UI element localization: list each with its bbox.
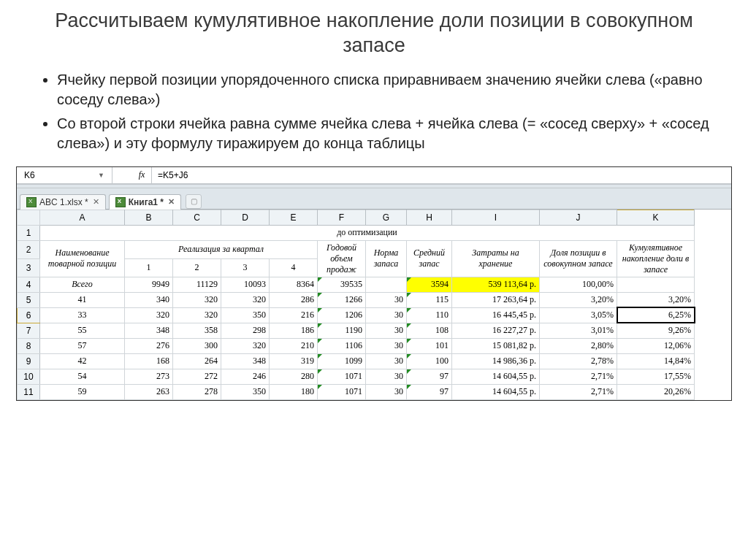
cell[interactable]: 115	[407, 292, 452, 307]
col-header[interactable]: H	[407, 210, 452, 225]
cell[interactable]: 14,84%	[617, 353, 695, 369]
cell[interactable]: 14 986,36 р.	[452, 353, 540, 369]
col-header[interactable]: I	[452, 210, 540, 225]
cell[interactable]: 16 227,27 р.	[452, 323, 540, 338]
cell[interactable]: 273	[125, 369, 173, 384]
col-header[interactable]: F	[318, 210, 366, 225]
cell[interactable]: 2,78%	[540, 353, 617, 369]
row-header[interactable]: 9	[18, 353, 40, 369]
cell[interactable]: 272	[173, 369, 221, 384]
cell[interactable]: 276	[125, 338, 173, 353]
col-header[interactable]: K	[617, 210, 695, 225]
cell[interactable]: 286	[270, 292, 318, 307]
header-cost[interactable]: Затраты на хранение	[452, 240, 540, 277]
cell[interactable]: 30	[366, 307, 407, 323]
cell[interactable]: 300	[173, 338, 221, 353]
cell[interactable]: 1190	[318, 323, 366, 338]
row-header[interactable]: 6	[18, 307, 40, 323]
cell[interactable]: 216	[270, 307, 318, 323]
cell[interactable]: 3,20%	[617, 292, 695, 307]
cell[interactable]: 246	[221, 369, 270, 384]
col-header[interactable]: E	[270, 210, 318, 225]
cell[interactable]: 1071	[318, 384, 366, 399]
row-header[interactable]: 1	[18, 225, 40, 240]
cell[interactable]: 30	[366, 369, 407, 384]
tab-abc1[interactable]: ABC 1.xlsx * ✕	[20, 194, 106, 210]
cell[interactable]: 101	[407, 338, 452, 353]
cell[interactable]: 20,26%	[617, 384, 695, 399]
cell[interactable]: 539 113,64 р.	[452, 277, 540, 292]
cell[interactable]: 358	[173, 323, 221, 338]
cell[interactable]: 320	[173, 292, 221, 307]
cell[interactable]: 186	[270, 323, 318, 338]
col-header[interactable]: G	[366, 210, 407, 225]
new-tab-button[interactable]: ▢	[186, 194, 202, 209]
cell[interactable]: 3,01%	[540, 323, 617, 338]
header-share[interactable]: Доля позиции в совокупном запасе	[540, 240, 617, 277]
close-icon[interactable]: ✕	[93, 197, 99, 207]
cell[interactable]: 350	[221, 307, 270, 323]
header-name[interactable]: Наименование товарной позиции	[40, 240, 125, 277]
cell[interactable]: 30	[366, 323, 407, 338]
cell[interactable]: 320	[125, 307, 173, 323]
cell[interactable]: 59	[40, 384, 125, 399]
cell[interactable]: 1099	[318, 353, 366, 369]
cell[interactable]: 2,80%	[540, 338, 617, 353]
cell[interactable]: 16 445,45 р.	[452, 307, 540, 323]
cell[interactable]: 298	[221, 323, 270, 338]
section-title[interactable]: до оптимизации	[40, 225, 695, 240]
row-header[interactable]: 2	[18, 240, 40, 258]
header-realiz[interactable]: Реализация за квартал	[125, 240, 318, 258]
cell[interactable]: 263	[125, 384, 173, 399]
cell[interactable]: 100	[407, 353, 452, 369]
cell[interactable]: 108	[407, 323, 452, 338]
col-header[interactable]: D	[221, 210, 270, 225]
col-header[interactable]: J	[540, 210, 617, 225]
cell[interactable]: 54	[40, 369, 125, 384]
row-header[interactable]: 5	[18, 292, 40, 307]
cell[interactable]: 97	[407, 384, 452, 399]
close-icon[interactable]: ✕	[168, 197, 175, 207]
row-header[interactable]: 8	[18, 338, 40, 353]
cell[interactable]: 41	[40, 292, 125, 307]
cell[interactable]: 350	[221, 384, 270, 399]
cell[interactable]: 39535	[318, 277, 366, 292]
cell[interactable]: 340	[125, 292, 173, 307]
cell[interactable]	[617, 277, 695, 292]
row-header[interactable]: 10	[18, 369, 40, 384]
col-header[interactable]: A	[40, 210, 125, 225]
header-norma[interactable]: Норма запаса	[366, 240, 407, 277]
cell[interactable]: 210	[270, 338, 318, 353]
row-header[interactable]: 3	[18, 258, 40, 277]
cell[interactable]: 2,71%	[540, 384, 617, 399]
tab-kniga1[interactable]: Книга1 * ✕	[109, 194, 181, 210]
cell[interactable]: 320	[173, 307, 221, 323]
header-q4[interactable]: 4	[270, 258, 318, 277]
cell[interactable]: 280	[270, 369, 318, 384]
cell[interactable]: 15 081,82 р.	[452, 338, 540, 353]
cell[interactable]: 57	[40, 338, 125, 353]
cell[interactable]: 1206	[318, 307, 366, 323]
cell[interactable]: 30	[366, 338, 407, 353]
cell[interactable]: 320	[221, 292, 270, 307]
header-year[interactable]: Годовой объем продаж	[318, 240, 366, 277]
cell[interactable]: 11129	[173, 277, 221, 292]
formula-input[interactable]: =K5+J6	[152, 170, 731, 180]
cell[interactable]: 9949	[125, 277, 173, 292]
spreadsheet-grid[interactable]: A B C D E F G H I J K 1 до оптимизации	[17, 210, 695, 400]
select-all-corner[interactable]	[18, 210, 40, 225]
cell[interactable]: 17 263,64 р.	[452, 292, 540, 307]
cell[interactable]: 33	[40, 307, 125, 323]
name-box[interactable]: K6 ▼	[17, 167, 112, 183]
col-header[interactable]: C	[173, 210, 221, 225]
cell[interactable]: Всего	[40, 277, 125, 292]
cell[interactable]: 278	[173, 384, 221, 399]
cell[interactable]: 1106	[318, 338, 366, 353]
cell[interactable]: 2,71%	[540, 369, 617, 384]
cell[interactable]: 264	[173, 353, 221, 369]
cell[interactable]: 100,00%	[540, 277, 617, 292]
cell[interactable]: 348	[125, 323, 173, 338]
cell[interactable]: 17,55%	[617, 369, 695, 384]
header-q1[interactable]: 1	[125, 258, 173, 277]
header-q2[interactable]: 2	[173, 258, 221, 277]
